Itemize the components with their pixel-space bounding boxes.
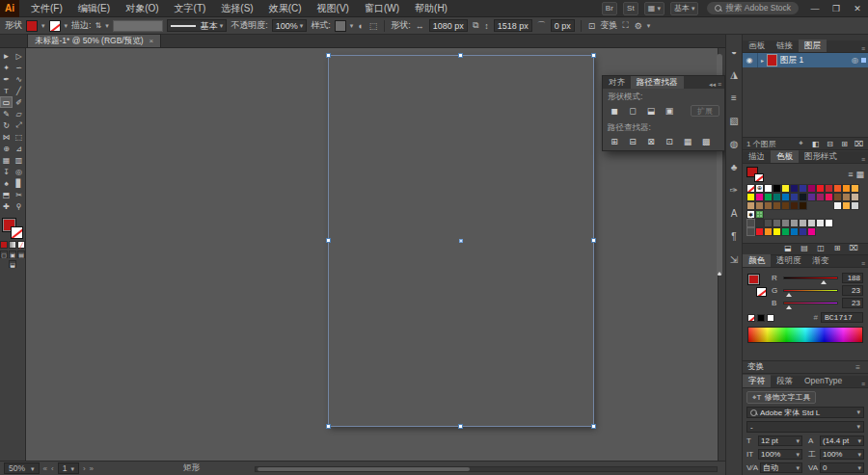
close-button[interactable]: ✕ xyxy=(847,0,868,17)
tab-图形样式[interactable]: 图形样式 xyxy=(799,150,843,163)
swatch[interactable] xyxy=(773,184,781,193)
stroke-weight-chevron-icon[interactable]: ▾ xyxy=(105,22,109,30)
menu-item-0[interactable]: 文件(F) xyxy=(23,0,70,17)
swatch[interactable] xyxy=(816,193,825,201)
handle-middle-right[interactable] xyxy=(591,238,596,243)
outline-icon[interactable]: ▦ xyxy=(681,136,694,147)
symbols-panel-icon[interactable]: ♣ xyxy=(726,160,742,174)
none-mode-button[interactable]: ╱ xyxy=(17,241,25,249)
perspective-grid-tool[interactable]: ⊿ xyxy=(13,143,25,154)
isolate-object-icon[interactable]: ⛶ xyxy=(621,20,629,31)
handle-middle-left[interactable] xyxy=(326,238,331,243)
swatch[interactable] xyxy=(807,219,816,227)
stroke-chevron-icon[interactable]: ▾ xyxy=(65,22,68,30)
paintbrush-tool[interactable]: ✐ xyxy=(13,96,25,108)
handle-top-left[interactable] xyxy=(326,53,331,58)
panel-menu-icon[interactable]: ≡ xyxy=(855,363,863,372)
blue-value-field[interactable]: 23 xyxy=(842,298,863,308)
tab-描边[interactable]: 描边 xyxy=(743,150,771,163)
draw-inside-button[interactable]: ▤ xyxy=(17,251,25,258)
bridge-icon[interactable]: Br xyxy=(602,2,617,15)
menu-item-2[interactable]: 对象(O) xyxy=(118,0,166,17)
list-view-icon[interactable]: ≡ xyxy=(848,170,853,179)
swatch[interactable] xyxy=(790,219,799,227)
grid-view-icon[interactable]: ▦ xyxy=(855,170,864,179)
swatch[interactable] xyxy=(851,184,859,193)
style-chevron-icon[interactable]: ▾ xyxy=(350,22,354,30)
draw-behind-button[interactable]: ▣ xyxy=(9,251,16,258)
export-panel-icon[interactable]: ⇲ xyxy=(726,252,742,267)
prev-artboard-button[interactable]: ‹ xyxy=(51,464,54,473)
minus-front-icon[interactable]: ◻ xyxy=(626,105,639,117)
color-guide-panel-icon[interactable]: ◮ xyxy=(726,67,742,82)
artboard-number-dropdown[interactable]: 1▾ xyxy=(58,462,79,474)
document-close-icon[interactable]: × xyxy=(149,37,154,45)
pathfinder-tab-路径查找器[interactable]: 路径查找器 xyxy=(631,76,684,89)
gradient-tool[interactable]: ▥ xyxy=(13,154,25,166)
color-group-folder-icon[interactable] xyxy=(746,227,755,236)
character-styles-panel-icon[interactable]: A xyxy=(726,206,742,221)
stroke-weight-stepper[interactable]: ⇅ xyxy=(95,21,102,30)
swatch[interactable] xyxy=(773,193,781,201)
stroke-color-swatch[interactable] xyxy=(49,20,61,32)
stock-icon[interactable]: St xyxy=(623,2,638,15)
select-similar-icon[interactable]: ⚙ xyxy=(634,21,643,31)
stock-search-input[interactable]: 搜索 Adobe Stock xyxy=(707,2,799,14)
maximize-button[interactable]: ❐ xyxy=(826,0,847,17)
transform-panel-header[interactable]: 变换 ≡ xyxy=(743,360,868,374)
visibility-eye-icon[interactable]: ◉ xyxy=(745,56,754,65)
color-fill-stroke-indicator[interactable] xyxy=(747,272,767,297)
zoom-level-dropdown[interactable]: 50%▾ xyxy=(4,462,40,474)
stroke-proxy[interactable] xyxy=(11,226,23,239)
panel-menu-icon[interactable]: ≡ xyxy=(861,156,868,163)
transform-link[interactable]: 变换 xyxy=(600,19,617,32)
menu-item-6[interactable]: 视图(V) xyxy=(310,0,357,17)
swatch[interactable] xyxy=(816,219,825,227)
column-graph-tool[interactable]: ▊ xyxy=(13,177,25,189)
swatch[interactable] xyxy=(781,201,790,210)
swatches-fill-stroke-indicator[interactable] xyxy=(746,167,764,182)
rectangle-tool[interactable]: ▭ xyxy=(0,96,13,108)
delete-layer-icon[interactable]: ⌧ xyxy=(854,138,864,149)
horizontal-scale-field[interactable]: 100%▾ xyxy=(820,449,864,460)
swatch[interactable] xyxy=(825,219,833,227)
swatch[interactable] xyxy=(833,184,842,193)
swatch[interactable] xyxy=(764,227,773,236)
gradient-mode-button[interactable] xyxy=(9,241,16,249)
swatch[interactable] xyxy=(781,219,790,227)
symbol-sprayer-tool[interactable]: ♠ xyxy=(0,177,13,189)
pen-tool[interactable]: ✒ xyxy=(0,73,13,85)
expand-arrow-icon[interactable]: ▸ xyxy=(761,57,764,64)
merge-icon[interactable]: ⊠ xyxy=(644,136,658,147)
shape-width-field[interactable]: 1080 px xyxy=(429,19,468,32)
swatch[interactable] xyxy=(790,184,799,193)
style-swatch[interactable] xyxy=(335,20,346,32)
pencil-tool[interactable]: ✎ xyxy=(0,108,13,119)
recolor-artwork-icon[interactable]: ◐ xyxy=(357,21,364,31)
swatch[interactable] xyxy=(799,219,807,227)
tab-色板[interactable]: 色板 xyxy=(771,150,799,163)
rotate-tool[interactable]: ↻ xyxy=(0,119,13,131)
none-chip[interactable] xyxy=(747,314,755,322)
red-value-field[interactable]: 188 xyxy=(842,273,863,283)
menu-item-1[interactable]: 编辑(E) xyxy=(70,0,118,17)
swatch[interactable] xyxy=(764,193,773,201)
color-panel-icon[interactable]: ◒ xyxy=(726,44,742,59)
chevron-down-icon[interactable]: ▾ xyxy=(647,22,651,30)
swatch[interactable] xyxy=(781,227,790,236)
minimize-button[interactable]: — xyxy=(804,0,826,17)
trim-icon[interactable]: ⊟ xyxy=(626,136,639,147)
swatch[interactable] xyxy=(764,201,773,210)
direct-selection-tool[interactable]: ▷ xyxy=(13,50,25,62)
white-chip[interactable] xyxy=(767,314,774,322)
swatch-libraries-icon[interactable]: ⬓ xyxy=(782,243,794,254)
swatch[interactable] xyxy=(781,193,790,201)
menu-item-5[interactable]: 效果(C) xyxy=(261,0,310,17)
swatch[interactable] xyxy=(790,201,799,210)
layer-name[interactable]: 图层 1 xyxy=(780,55,849,66)
stroke-panel-icon[interactable]: ≡ xyxy=(726,91,742,105)
align-grid-icon[interactable]: ⊡ xyxy=(587,21,597,31)
width-tool[interactable]: ⋈ xyxy=(0,131,13,143)
tab-画板[interactable]: 画板 xyxy=(743,40,771,52)
swatch[interactable] xyxy=(851,193,859,201)
